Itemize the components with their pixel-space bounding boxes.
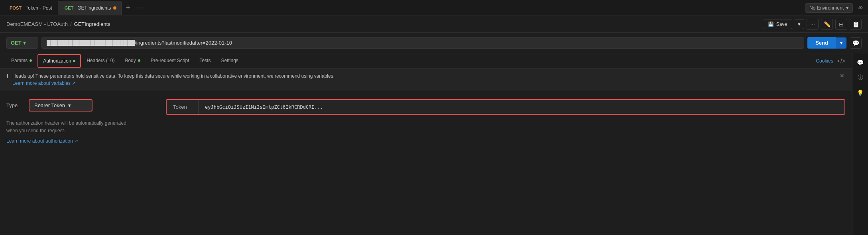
authorization-dot — [73, 60, 75, 62]
info-banner: ℹ Heads up! These parameters hold sensit… — [0, 69, 852, 91]
learn-more-authorization-link[interactable]: Learn more about authorization ↗ — [6, 138, 78, 144]
tab-label-get: GETIngredients — [77, 5, 111, 11]
content-area: Params Authorization Headers (10) Body P… — [0, 53, 868, 235]
breadcrumb-current: GETIngredients — [74, 21, 110, 27]
more-tabs-button[interactable]: ··· — [134, 4, 147, 12]
right-sidebar: 💬 ⓘ 💡 — [852, 53, 868, 235]
tab-get[interactable]: GET GETIngredients — [58, 1, 122, 15]
cookies-link[interactable]: Cookies — [816, 58, 833, 64]
sidebar-lightbulb-icon[interactable]: 💡 — [854, 87, 866, 99]
add-tab-button[interactable]: + — [122, 2, 134, 14]
send-button[interactable]: Send — [807, 37, 836, 49]
breadcrumb-actions: 💾 Save ▾ ··· ✏️ ⊟ 📋 — [763, 19, 862, 30]
main-panel: Params Authorization Headers (10) Body P… — [0, 53, 852, 235]
auth-content: ℹ Heads up! These parameters hold sensit… — [0, 69, 852, 235]
tab-headers[interactable]: Headers (10) — [82, 55, 119, 67]
params-dot — [30, 59, 32, 62]
tab-params-label: Params — [11, 58, 28, 63]
save-button[interactable]: 💾 Save — [763, 20, 792, 29]
body-dot — [138, 59, 140, 62]
info-icon: ℹ — [6, 73, 8, 79]
breadcrumb-parent[interactable]: DemoEMEASM - L7OAuth — [6, 21, 68, 27]
auth-body: Type Bearer Token ▾ The authorization he… — [0, 91, 852, 235]
type-label: Type — [6, 102, 22, 108]
request-tabs-row: Params Authorization Headers (10) Body P… — [0, 53, 852, 69]
env-label: No Environment — [809, 5, 844, 11]
token-row: Token — [166, 99, 845, 115]
method-badge-get: GET — [63, 5, 75, 11]
auth-right-panel: Token — [166, 99, 845, 227]
sidebar-info-icon[interactable]: ⓘ — [854, 72, 866, 84]
edit-icon-button[interactable]: ✏️ — [821, 19, 833, 30]
info-banner-close-button[interactable]: ✕ — [839, 72, 845, 79]
code-icon[interactable]: </> — [837, 58, 845, 64]
tab-bar-right: No Environment ▾ 👁 — [805, 3, 865, 13]
more-actions-button[interactable]: ··· — [807, 19, 819, 30]
save-icon: 💾 — [768, 22, 774, 27]
info-banner-text: Heads up! These parameters hold sensitiv… — [12, 72, 835, 87]
tab-authorization[interactable]: Authorization — [37, 54, 81, 68]
response-toggle-button[interactable]: 💬 — [850, 37, 862, 49]
tab-settings-label: Settings — [221, 58, 238, 63]
learn-more-variables-link[interactable]: Learn more about variables ↗ — [12, 80, 76, 86]
save-label: Save — [776, 22, 787, 27]
sidebar-comment-icon[interactable]: 💬 — [854, 57, 866, 69]
send-button-group: Send ▾ — [807, 37, 846, 49]
type-select[interactable]: Bearer Token ▾ — [29, 99, 93, 112]
url-bar: GET ▾ Send ▾ 💬 — [0, 33, 868, 53]
share-icon-button[interactable]: 📋 — [850, 19, 862, 30]
token-label: Token — [167, 100, 199, 114]
tab-settings[interactable]: Settings — [217, 55, 243, 67]
breadcrumb-bar: DemoEMEASM - L7OAuth / GETIngredients 💾 … — [0, 16, 868, 33]
tab-params[interactable]: Params — [6, 55, 37, 67]
send-dropdown-button[interactable]: ▾ — [836, 37, 846, 49]
type-row: Type Bearer Token ▾ — [6, 99, 158, 112]
tab-tests[interactable]: Tests — [195, 55, 215, 67]
method-badge-post: POST — [8, 5, 23, 11]
auth-description: The authorization header will be automat… — [6, 119, 158, 135]
tab-body[interactable]: Body — [120, 55, 145, 67]
environment-selector[interactable]: No Environment ▾ — [805, 3, 853, 13]
method-value: GET — [11, 40, 22, 46]
save-dropdown-button[interactable]: ▾ — [795, 19, 804, 29]
breadcrumb-separator: / — [70, 21, 72, 27]
token-input[interactable] — [199, 100, 844, 114]
tab-headers-label: Headers (10) — [87, 58, 114, 63]
tabs-row-right: Cookies </> — [816, 58, 845, 64]
tab-body-label: Body — [125, 58, 136, 63]
url-input[interactable] — [41, 37, 804, 49]
info-banner-message: Heads up! These parameters hold sensitiv… — [12, 73, 335, 79]
tab-prerequest-label: Pre-request Script — [151, 58, 189, 63]
method-chevron-icon: ▾ — [23, 40, 26, 46]
tab-authorization-label: Authorization — [43, 58, 71, 64]
tab-tests-label: Tests — [199, 58, 211, 63]
tab-bar: POST Token - Post GET GETIngredients + ·… — [0, 0, 868, 16]
type-value: Bearer Token — [34, 102, 65, 108]
auth-left-panel: Type Bearer Token ▾ The authorization he… — [6, 99, 158, 227]
method-select[interactable]: GET ▾ — [6, 37, 38, 49]
tab-pre-request[interactable]: Pre-request Script — [146, 55, 194, 67]
breadcrumb: DemoEMEASM - L7OAuth / GETIngredients — [6, 21, 110, 27]
eye-icon[interactable]: 👁 — [856, 3, 865, 13]
layout-icon-button[interactable]: ⊟ — [835, 19, 847, 30]
tab-post[interactable]: POST Token - Post — [3, 1, 57, 15]
tab-dot-get — [113, 6, 116, 10]
tab-label-post: Token - Post — [26, 5, 52, 11]
type-chevron-icon: ▾ — [68, 102, 71, 108]
chevron-down-icon: ▾ — [846, 5, 848, 11]
